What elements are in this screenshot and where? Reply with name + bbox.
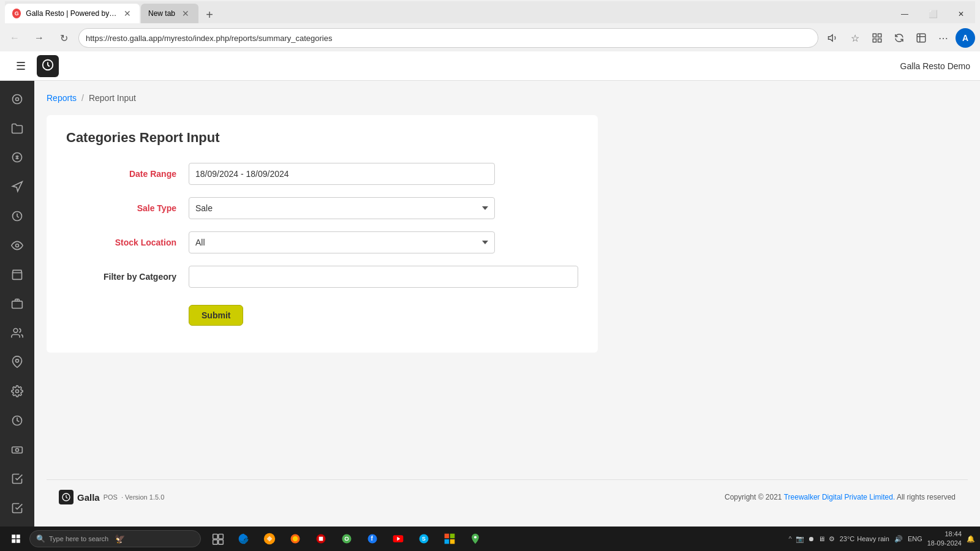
tab-active[interactable]: G Galla Resto | Powered by Galla ✕ bbox=[5, 4, 140, 23]
sidebar-item-checklist1[interactable] bbox=[4, 466, 31, 493]
taskbar-search-icon: 🔍 bbox=[36, 534, 45, 543]
toolbar-icons: ☆ ⋯ A bbox=[823, 28, 975, 48]
taskbar-app-store[interactable] bbox=[437, 528, 462, 550]
sale-type-select[interactable]: Sale Return All bbox=[189, 197, 495, 219]
sidebar-item-users[interactable] bbox=[4, 320, 31, 347]
address-bar: ← → ↻ ☆ ⋯ A bbox=[0, 24, 980, 51]
filter-category-label: Filter by Catgeory bbox=[66, 272, 189, 282]
svg-point-28 bbox=[293, 536, 298, 541]
taskbar-chevron[interactable]: ^ bbox=[789, 535, 792, 542]
restore-button[interactable]: ⬜ bbox=[919, 5, 947, 23]
tab-favicon-active: G bbox=[12, 9, 21, 18]
svg-rect-30 bbox=[319, 537, 323, 541]
svg-point-5 bbox=[13, 94, 22, 103]
footer-version: · Version 1.5.0 bbox=[121, 493, 164, 501]
svg-rect-3 bbox=[878, 39, 881, 42]
new-tab-button[interactable]: + bbox=[201, 6, 218, 23]
sidebar-item-checklist2[interactable] bbox=[4, 495, 31, 522]
taskbar-system-tray: 🔊 ENG bbox=[894, 535, 922, 543]
taskbar-gear-icon[interactable]: ⚙ bbox=[829, 535, 835, 543]
back-button[interactable]: ← bbox=[5, 28, 24, 48]
footer-company-link[interactable]: Treewalker Digital Private Limited. bbox=[784, 493, 895, 501]
svg-point-16 bbox=[16, 448, 19, 451]
svg-point-33 bbox=[345, 538, 348, 540]
start-button[interactable] bbox=[5, 528, 27, 550]
svg-rect-15 bbox=[12, 447, 23, 453]
taskbar-app-skype[interactable]: S bbox=[412, 528, 436, 550]
sale-type-row: Sale Type Sale Return All bbox=[66, 197, 578, 219]
taskbar-search[interactable]: 🔍 Type here to search 🦅 bbox=[29, 530, 201, 547]
sidebar-item-dashboard[interactable] bbox=[4, 86, 31, 113]
filter-category-row: Filter by Catgeory bbox=[66, 266, 578, 288]
app-header: ☰ Galla Resto Demo bbox=[0, 51, 980, 81]
taskbar-app-red[interactable] bbox=[309, 528, 333, 550]
svg-rect-23 bbox=[219, 534, 224, 539]
sidebar-item-money[interactable] bbox=[4, 437, 31, 463]
taskbar-app-maps[interactable] bbox=[463, 528, 488, 550]
taskbar-app-task-view[interactable] bbox=[206, 528, 230, 550]
footer-copyright: Copyright © 2021 Treewalker Digital Priv… bbox=[725, 493, 956, 501]
sidebar-item-timer[interactable] bbox=[4, 407, 31, 434]
taskbar-monitor-icon: 🖥 bbox=[818, 535, 825, 542]
browser-sync-icon[interactable] bbox=[889, 28, 909, 48]
svg-point-13 bbox=[16, 390, 19, 393]
form-card: Categories Report Input Date Range Sale … bbox=[47, 115, 598, 353]
address-input[interactable] bbox=[78, 28, 818, 48]
more-menu-icon[interactable]: ⋯ bbox=[933, 28, 953, 48]
filter-category-input[interactable] bbox=[189, 266, 578, 288]
forward-button[interactable]: → bbox=[29, 28, 49, 48]
submit-button[interactable]: Submit bbox=[189, 305, 243, 326]
sidebar-item-settings[interactable] bbox=[4, 378, 31, 405]
profile-avatar[interactable]: A bbox=[956, 28, 975, 48]
svg-rect-22 bbox=[213, 534, 218, 539]
taskbar-app-youtube[interactable] bbox=[386, 528, 410, 550]
title-bar: G Galla Resto | Powered by Galla ✕ New t… bbox=[0, 0, 980, 24]
extensions-icon[interactable] bbox=[911, 28, 931, 48]
taskbar-apps: f S bbox=[206, 528, 488, 550]
sidebar-item-finance[interactable] bbox=[4, 144, 31, 171]
app-logo bbox=[37, 55, 59, 77]
breadcrumb-reports-link[interactable]: Reports bbox=[47, 93, 77, 103]
stock-location-select[interactable]: All Main Secondary bbox=[189, 231, 495, 253]
refresh-button[interactable]: ↻ bbox=[54, 28, 74, 48]
svg-point-44 bbox=[474, 536, 477, 538]
tab-inactive[interactable]: New tab ✕ bbox=[141, 4, 198, 23]
taskbar-clock: 18:44 18-09-2024 bbox=[927, 530, 962, 549]
tab-close-active[interactable]: ✕ bbox=[123, 8, 132, 19]
taskbar-app-chrome[interactable] bbox=[334, 528, 359, 550]
page-title: Categories Report Input bbox=[66, 130, 578, 146]
sidebar-toggle-button[interactable]: ☰ bbox=[10, 55, 32, 77]
svg-rect-2 bbox=[873, 39, 876, 42]
app-title: Galla Resto Demo bbox=[900, 61, 970, 71]
sidebar-item-location[interactable] bbox=[4, 349, 31, 376]
close-button[interactable]: ✕ bbox=[947, 5, 975, 23]
collections-icon[interactable] bbox=[867, 28, 887, 48]
sidebar-item-marketing[interactable] bbox=[4, 173, 31, 200]
date-range-input[interactable] bbox=[189, 163, 495, 185]
sidebar-item-schedule[interactable] bbox=[4, 203, 31, 230]
tab-title-inactive: New tab bbox=[148, 9, 175, 18]
taskbar-app-edge[interactable] bbox=[232, 528, 256, 550]
favorites-icon[interactable]: ☆ bbox=[845, 28, 865, 48]
sidebar-item-view[interactable] bbox=[4, 232, 31, 259]
taskbar-app-firefox[interactable] bbox=[283, 528, 307, 550]
sidebar-item-shop[interactable] bbox=[4, 261, 31, 288]
submit-row: Submit bbox=[189, 300, 578, 326]
read-aloud-icon[interactable] bbox=[823, 28, 843, 48]
svg-rect-19 bbox=[17, 534, 20, 538]
weather-desc: Heavy rain bbox=[857, 535, 889, 542]
taskbar-app-windows[interactable] bbox=[257, 528, 282, 550]
taskbar-notification-icon[interactable]: 🔔 bbox=[967, 535, 975, 543]
tab-title-active: Galla Resto | Powered by Galla bbox=[26, 9, 118, 18]
sidebar-item-files[interactable] bbox=[4, 115, 31, 142]
app-logo-text bbox=[41, 58, 55, 73]
taskbar-app-facebook[interactable]: f bbox=[360, 528, 385, 550]
minimize-button[interactable]: — bbox=[891, 5, 919, 23]
svg-point-6 bbox=[16, 97, 19, 100]
volume-icon[interactable]: 🔊 bbox=[894, 535, 903, 543]
date-range-label: Date Range bbox=[66, 169, 189, 179]
sidebar-item-inventory[interactable] bbox=[4, 290, 31, 317]
stock-location-row: Stock Location All Main Secondary bbox=[66, 231, 578, 253]
tab-close-inactive[interactable]: ✕ bbox=[180, 8, 191, 19]
stock-location-label: Stock Location bbox=[66, 238, 189, 247]
